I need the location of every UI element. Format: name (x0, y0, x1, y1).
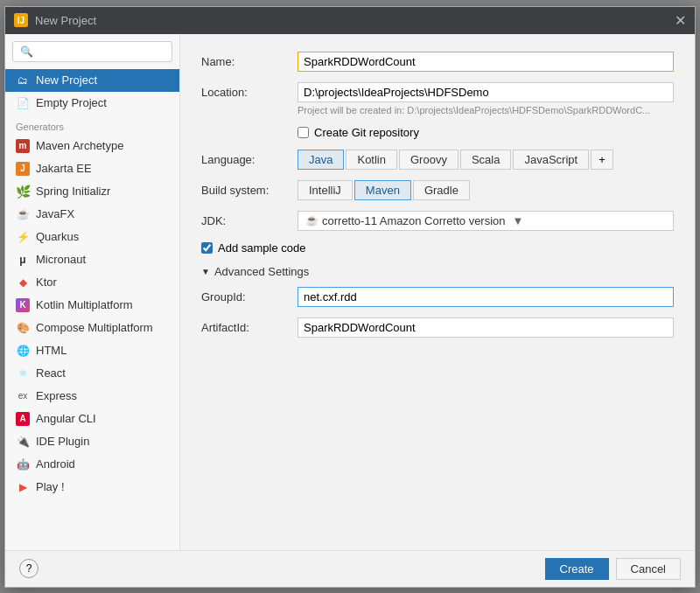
dialog-footer: ? Create Cancel (5, 550, 695, 587)
spring-icon: 🌿 (16, 185, 30, 199)
location-control: Project will be created in: D:\projects\… (298, 82, 674, 115)
jdk-label: JDK: (201, 211, 298, 227)
maven-icon: m (16, 139, 30, 153)
title-bar: IJ New Project ✕ (5, 7, 695, 34)
empty-project-icon: 📄 (16, 96, 30, 110)
git-repo-label: Create Git repository (314, 126, 419, 139)
location-row: Location: Project will be created in: D:… (201, 82, 674, 115)
html-icon: 🌐 (16, 344, 30, 358)
build-maven-btn[interactable]: Maven (354, 180, 411, 200)
git-repo-row: Create Git repository (201, 126, 674, 139)
groupid-row: GroupId: (201, 287, 674, 307)
new-project-dialog: IJ New Project ✕ 🗂 New Project 📄 Empty P… (4, 6, 696, 588)
sidebar-item-quarkus[interactable]: ⚡ Quarkus (5, 226, 179, 248)
sidebar-item-html[interactable]: 🌐 HTML (5, 339, 179, 362)
sidebar-item-kotlin-multiplatform[interactable]: K Kotlin Multiplatform (5, 294, 179, 317)
location-input[interactable] (298, 82, 674, 102)
name-row: Name: (201, 52, 674, 72)
sidebar-item-android[interactable]: 🤖 Android (5, 453, 179, 476)
sidebar-item-micronaut[interactable]: μ Micronaut (5, 248, 179, 271)
compose-icon: 🎨 (16, 321, 30, 335)
language-label: Language: (201, 150, 298, 166)
location-label: Location: (201, 82, 298, 99)
artifactid-control (298, 317, 674, 338)
express-icon: ex (16, 389, 30, 403)
angular-icon: A (16, 412, 30, 426)
artifactid-input[interactable] (298, 317, 674, 338)
groupid-input[interactable] (298, 287, 674, 307)
language-control: Java Kotlin Groovy Scala JavaScript + (298, 150, 674, 170)
jdk-icon: ☕ (305, 214, 318, 227)
build-intellij-btn[interactable]: IntelliJ (298, 180, 353, 200)
ide-plugin-icon: 🔌 (16, 435, 30, 449)
android-icon: 🤖 (16, 457, 30, 471)
jdk-dropdown-arrow: ▼ (513, 214, 524, 227)
kotlin-icon: K (16, 298, 30, 312)
jdk-value: corretto-11 Amazon Corretto version (322, 214, 506, 227)
sidebar-item-javafx[interactable]: ☕ JavaFX (5, 203, 179, 226)
jakarta-icon: J (16, 162, 30, 176)
javafx-icon: ☕ (16, 207, 30, 221)
jdk-row: JDK: ☕ corretto-11 Amazon Corretto versi… (201, 211, 674, 231)
sidebar-item-spring-initializr[interactable]: 🌿 Spring Initializr (5, 180, 179, 203)
sidebar-item-express[interactable]: ex Express (5, 385, 179, 408)
language-btn-group: Java Kotlin Groovy Scala JavaScript + (298, 150, 674, 170)
ktor-icon: ◆ (16, 276, 30, 290)
add-sample-checkbox[interactable] (201, 242, 213, 254)
play-icon: ▶ (16, 480, 30, 494)
main-content: Name: Location: Project will be created … (180, 34, 695, 550)
sidebar-item-jakarta-ee[interactable]: J Jakarta EE (5, 157, 179, 180)
build-gradle-btn[interactable]: Gradle (413, 180, 470, 200)
language-add-btn[interactable]: + (591, 150, 613, 170)
build-system-btn-group: IntelliJ Maven Gradle (298, 180, 674, 200)
add-sample-row: Add sample code (201, 241, 674, 255)
sidebar: 🗂 New Project 📄 Empty Project Generators… (5, 34, 180, 550)
advanced-title: Advanced Settings (214, 265, 309, 278)
language-javascript-btn[interactable]: JavaScript (513, 150, 589, 170)
language-kotlin-btn[interactable]: Kotlin (346, 150, 397, 170)
cancel-button[interactable]: Cancel (616, 558, 681, 580)
advanced-section: ▼ Advanced Settings GroupId: ArtifactId: (201, 265, 674, 338)
sidebar-item-ktor[interactable]: ◆ Ktor (5, 271, 179, 294)
language-scala-btn[interactable]: Scala (460, 150, 512, 170)
groupid-control (298, 287, 674, 307)
jdk-select[interactable]: ☕ corretto-11 Amazon Corretto version ▼ (298, 211, 674, 231)
sidebar-item-ide-plugin[interactable]: 🔌 IDE Plugin (5, 430, 179, 453)
git-repo-checkbox[interactable] (298, 127, 309, 138)
react-icon: ⚛ (16, 366, 30, 380)
artifactid-label: ArtifactId: (201, 317, 298, 334)
add-sample-label: Add sample code (218, 241, 305, 255)
micronaut-icon: μ (16, 253, 30, 267)
chevron-down-icon: ▼ (201, 267, 210, 276)
jdk-control: ☕ corretto-11 Amazon Corretto version ▼ (298, 211, 674, 231)
generators-label: Generators (5, 115, 179, 135)
name-control (298, 52, 674, 72)
sidebar-item-react[interactable]: ⚛ React (5, 362, 179, 385)
sidebar-item-play[interactable]: ▶ Play ! (5, 476, 179, 499)
artifactid-row: ArtifactId: (201, 317, 674, 338)
language-row: Language: Java Kotlin Groovy Scala JavaS… (201, 150, 674, 170)
create-button[interactable]: Create (545, 558, 609, 580)
sidebar-item-empty-project[interactable]: 📄 Empty Project (5, 92, 179, 115)
groupid-label: GroupId: (201, 287, 298, 303)
sidebar-item-angular-cli[interactable]: A Angular CLI (5, 408, 179, 430)
footer-left: ? (19, 559, 38, 578)
build-system-label: Build system: (201, 180, 298, 197)
sidebar-item-compose-multiplatform[interactable]: 🎨 Compose Multiplatform (5, 317, 179, 339)
quarkus-icon: ⚡ (16, 230, 30, 244)
search-input[interactable] (12, 41, 172, 62)
advanced-header[interactable]: ▼ Advanced Settings (201, 265, 674, 278)
new-project-icon: 🗂 (16, 73, 30, 87)
name-label: Name: (201, 52, 298, 68)
close-button[interactable]: ✕ (675, 12, 686, 29)
help-button[interactable]: ? (19, 559, 38, 578)
language-groovy-btn[interactable]: Groovy (399, 150, 458, 170)
title-bar-left: IJ New Project (14, 13, 96, 27)
location-hint: Project will be created in: D:\projects\… (298, 105, 674, 115)
dialog-body: 🗂 New Project 📄 Empty Project Generators… (5, 34, 695, 550)
sidebar-item-new-project[interactable]: 🗂 New Project (5, 69, 179, 92)
sidebar-item-maven-archetype[interactable]: m Maven Archetype (5, 135, 179, 157)
language-java-btn[interactable]: Java (298, 150, 344, 170)
name-input[interactable] (298, 52, 674, 72)
app-icon: IJ (14, 13, 28, 27)
